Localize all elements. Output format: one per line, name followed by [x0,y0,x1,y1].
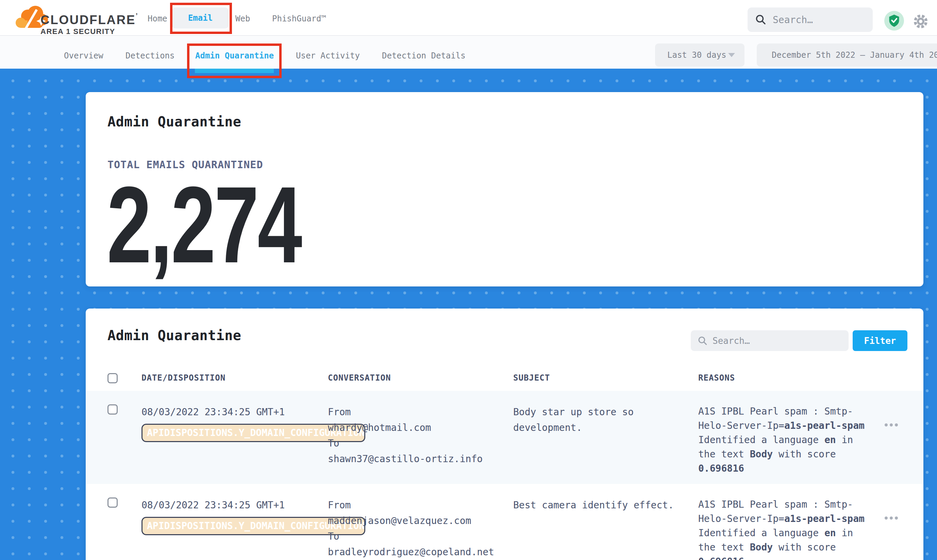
filter-button[interactable]: Filter [853,330,908,351]
security-status-badge[interactable] [884,11,904,31]
table-card-title: Admin Quarantine [108,328,241,343]
summary-card-title: Admin Quarantine [108,114,241,129]
time-range-dropdown[interactable]: Last 30 days [655,43,744,66]
table-row[interactable]: 08/03/2022 23:34:25 GMT+1 From whardy@ho… [86,391,923,484]
content-background: Admin Quarantine TOTAL EMAILS QUARANTINE… [0,69,937,560]
tab-detection-details[interactable]: Detection Details [382,51,466,61]
column-header-conversation: CONVERSATION [328,373,513,391]
nav-web[interactable]: Web [235,14,250,24]
settings-gear-icon[interactable] [913,14,928,31]
table-row[interactable]: 08/03/2022 23:34:25 GMT+1 From maddenjas… [86,484,923,560]
column-header-reasons: REASONS [698,373,875,391]
row-actions-ellipsis-icon[interactable] [885,423,898,428]
conversation-from-label: From [328,497,513,513]
date-range-button[interactable]: December 5th 2022 — January 4th 2023 [757,43,937,66]
chevron-down-icon [728,53,735,57]
row-conversation: From maddenjason@velazquez.com To bradle… [328,497,513,560]
active-tab-underline [195,69,274,73]
shield-check-icon [888,14,900,27]
column-header-date: DATE/DISPOSITION [142,373,328,391]
email-subnav: Overview Detections Admin Quarantine Use… [0,37,937,69]
search-icon [755,14,767,26]
summary-card: Admin Quarantine TOTAL EMAILS QUARANTINE… [86,92,923,286]
tab-detections[interactable]: Detections [125,51,175,61]
column-header-subject: SUBJECT [513,373,698,391]
tab-user-activity[interactable]: User Activity [296,51,360,61]
global-search[interactable] [747,8,873,32]
nav-phishguard[interactable]: PhishGuard™ [272,14,326,24]
table-body: 08/03/2022 23:34:25 GMT+1 From whardy@ho… [86,391,923,560]
row-actions-ellipsis-icon[interactable] [885,517,898,521]
brand-name: CLOUDFLARE’ [40,9,137,26]
conversation-from-address: maddenjason@velazquez.com [328,513,513,529]
table-header-row: DATE/DISPOSITION CONVERSATION SUBJECT RE… [86,366,923,391]
conversation-to-address: shawn37@castillo-ortiz.info [328,451,513,467]
nav-email[interactable]: Email [172,8,228,29]
row-reasons: A1S IPBL Pearl spam : Smtp-Helo-Server-I… [698,497,875,560]
nav-email-label: Email [188,13,213,23]
select-all-checkbox[interactable] [108,373,118,383]
tab-admin-quarantine[interactable]: Admin Quarantine [195,51,274,61]
row-conversation: From whardy@hotmail.com To shawn37@casti… [328,405,513,484]
row-date-disposition: 08/03/2022 23:34:25 GMT+1 [142,405,328,484]
row-subject: Best camera identify effect. [513,497,690,560]
table-search-input[interactable] [713,336,828,346]
time-range-label: Last 30 days [667,50,728,60]
quarantine-table-card: Admin Quarantine Filter DATE/DISPOSITION… [86,309,923,560]
conversation-to-address: bradleyrodriguez@copeland.net [328,545,513,560]
row-checkbox[interactable] [108,405,118,415]
page: CLOUDFLARE’ AREA 1 SECURITY Home Email W… [0,0,937,560]
conversation-to-label: To [328,529,513,545]
row-reasons: A1S IPBL Pearl spam : Smtp-Helo-Server-I… [698,405,875,484]
nav-home[interactable]: Home [148,14,167,24]
tab-overview[interactable]: Overview [64,51,103,61]
row-date: 08/03/2022 23:34:25 GMT+1 [142,405,328,420]
brand-trademark: ’ [136,12,138,19]
global-search-input[interactable] [773,14,861,26]
conversation-from-label: From [328,405,513,420]
metric-value: 2,274 [107,170,301,279]
date-range-label: December 5th 2022 — January 4th 2023 [772,50,937,60]
row-checkbox[interactable] [108,497,118,508]
search-icon [698,336,708,346]
row-date: 08/03/2022 23:34:25 GMT+1 [142,497,328,513]
table-search[interactable] [691,330,849,351]
top-header: CLOUDFLARE’ AREA 1 SECURITY Home Email W… [0,0,937,36]
brand-subname: AREA 1 SECURITY [40,27,137,36]
conversation-from-address: whardy@hotmail.com [328,420,513,435]
row-subject: Body star up store so development. [513,405,690,484]
brand-text: CLOUDFLARE’ AREA 1 SECURITY [40,9,137,36]
conversation-to-label: To [328,435,513,451]
